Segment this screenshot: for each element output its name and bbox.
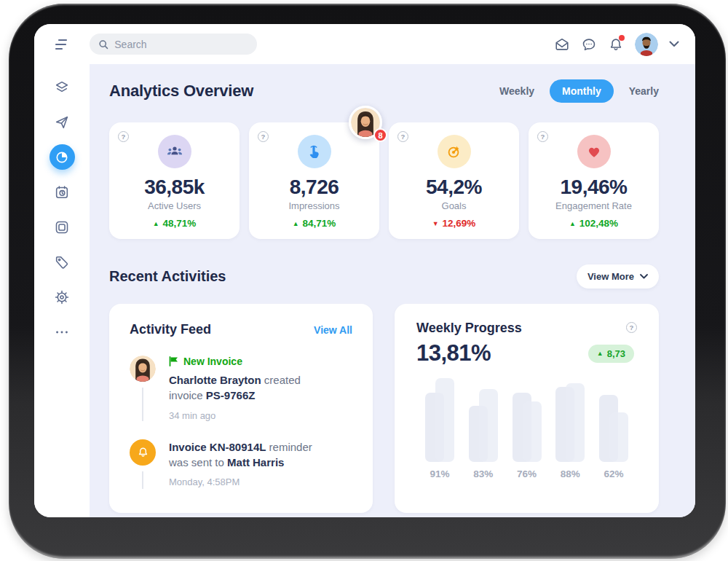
section-title-recent-activities: Recent Activities xyxy=(109,268,226,285)
stat-card-active-users: ? 36,85k Active Us xyxy=(109,122,240,239)
up-arrow-icon: ▲ xyxy=(153,220,159,227)
weekly-progress-title: Weekly Progress xyxy=(416,321,522,336)
chevron-down-icon xyxy=(640,274,648,279)
chat-icon[interactable] xyxy=(581,36,597,52)
bar-label: 62% xyxy=(599,468,628,479)
help-icon[interactable]: ? xyxy=(537,131,548,142)
layers-icon[interactable] xyxy=(50,74,75,100)
feed-item-time: Monday, 4:58PM xyxy=(169,476,314,487)
page-title: Analytics Overview xyxy=(109,82,253,101)
up-arrow-icon: ▲ xyxy=(293,220,299,227)
more-ellipsis-icon[interactable] xyxy=(50,319,75,345)
main-content: Analytics Overview Weekly Monthly Yearly xyxy=(90,64,695,517)
stat-delta: ▲48,71% xyxy=(153,218,197,229)
stat-value: 36,85k xyxy=(144,176,205,199)
search-icon xyxy=(98,39,108,50)
stat-label: Impressions xyxy=(288,200,339,211)
calendar-clock-icon[interactable] xyxy=(50,179,75,205)
timeline-connector xyxy=(142,388,143,421)
menu-toggle-button[interactable] xyxy=(34,38,90,51)
profile-avatar[interactable] xyxy=(635,33,658,56)
stat-delta: ▲102,48% xyxy=(569,218,618,229)
bar-group xyxy=(555,376,585,462)
reminder-bell-icon xyxy=(130,439,156,466)
target-icon xyxy=(438,135,471,168)
view-more-label: View More xyxy=(587,271,634,282)
help-icon[interactable]: ? xyxy=(397,131,408,142)
tablet-frame: Analytics Overview Weekly Monthly Yearly xyxy=(9,4,726,559)
stat-delta: ▲84,71% xyxy=(293,218,336,229)
tab-monthly[interactable]: Monthly xyxy=(550,79,614,103)
send-icon[interactable] xyxy=(50,109,75,135)
stat-label: Active Users xyxy=(148,200,201,211)
mail-icon[interactable] xyxy=(554,36,570,52)
stat-label: Goals xyxy=(442,200,467,211)
avatar xyxy=(130,356,156,382)
weekly-progress-value: 13,81% xyxy=(416,340,491,366)
up-arrow-icon: ▲ xyxy=(569,220,576,227)
settings-gear-icon[interactable] xyxy=(50,284,75,310)
notification-count-badge: 8 xyxy=(373,128,387,142)
bar-group xyxy=(425,376,454,462)
tap-icon xyxy=(298,135,331,168)
pie-chart-icon[interactable] xyxy=(50,144,75,170)
help-icon[interactable]: ? xyxy=(118,131,129,142)
bar-front xyxy=(479,389,498,462)
topbar xyxy=(34,24,695,64)
stat-value: 54,2% xyxy=(426,176,482,199)
weekly-progress-chart xyxy=(416,376,637,462)
tag-icon[interactable] xyxy=(50,249,75,275)
users-icon xyxy=(158,135,191,168)
app-screen: Analytics Overview Weekly Monthly Yearly xyxy=(34,24,695,517)
sidebar xyxy=(34,64,90,517)
down-arrow-icon: ▼ xyxy=(432,220,439,227)
activity-feed-card: Activity Feed View All xyxy=(109,304,373,513)
weekly-progress-labels: 91%83%76%88%62% xyxy=(416,468,637,479)
help-icon[interactable]: ? xyxy=(258,131,269,142)
floating-avatar[interactable]: 8 xyxy=(349,106,382,139)
bar-group xyxy=(469,376,498,462)
search-input[interactable] xyxy=(114,39,248,50)
view-all-link[interactable]: View All xyxy=(314,324,352,336)
topbar-actions xyxy=(554,33,695,56)
progress-delta-badge: ▲ 8,73 xyxy=(588,345,634,363)
search-bar[interactable] xyxy=(90,34,257,55)
frame-icon[interactable] xyxy=(50,214,75,240)
stat-label: Engagement Rate xyxy=(555,200,632,211)
feed-item-time: 34 min ago xyxy=(169,410,314,421)
stat-card-impressions: ? 8,726 Impressions ▲84,71% xyxy=(249,122,379,239)
stat-delta: ▼12,69% xyxy=(432,218,476,229)
stat-card-goals: ? 54,2% Goals ▼12,69% xyxy=(389,122,519,239)
new-invoice-tag: New Invoice xyxy=(169,356,314,367)
app-body: Analytics Overview Weekly Monthly Yearly xyxy=(34,64,695,517)
feed-item-reminder: Invoice KN-80914L reminder was sent to M… xyxy=(130,439,352,489)
stat-value: 19,46% xyxy=(561,176,628,199)
feed-item-text: Charlotte Brayton created invoice PS-976… xyxy=(169,372,314,404)
tab-weekly[interactable]: Weekly xyxy=(499,85,534,97)
bar-label: 91% xyxy=(425,468,454,479)
up-arrow-icon: ▲ xyxy=(597,350,604,357)
bar-group xyxy=(599,376,628,462)
weekly-progress-card: Weekly Progress ? 13,81% ▲ 8,73 91%83%76… xyxy=(395,304,659,513)
notification-dot xyxy=(619,35,625,41)
bar-label: 83% xyxy=(469,468,498,479)
bar-label: 88% xyxy=(555,468,585,479)
timeline-connector xyxy=(142,471,143,489)
bar-label: 76% xyxy=(513,468,542,479)
activity-feed-title: Activity Feed xyxy=(130,322,211,337)
help-icon[interactable]: ? xyxy=(626,322,637,333)
feed-item-new-invoice: New Invoice Charlotte Brayton created in… xyxy=(130,356,352,421)
stat-card-engagement-rate: ? 19,46% Engagement Rate ▲102,48% xyxy=(529,122,659,239)
bar-group xyxy=(513,376,542,462)
view-more-button[interactable]: View More xyxy=(577,264,659,289)
hamburger-icon xyxy=(53,38,71,51)
feed-item-text: Invoice KN-80914L reminder was sent to M… xyxy=(169,439,314,471)
bar-front xyxy=(566,383,585,462)
bar-front xyxy=(523,401,542,462)
bell-icon[interactable] xyxy=(608,36,624,52)
heart-icon xyxy=(577,135,611,168)
flag-icon xyxy=(169,356,178,366)
tab-yearly[interactable]: Yearly xyxy=(629,85,659,97)
profile-chevron-down-icon[interactable] xyxy=(669,41,679,47)
bar-front xyxy=(609,412,628,462)
